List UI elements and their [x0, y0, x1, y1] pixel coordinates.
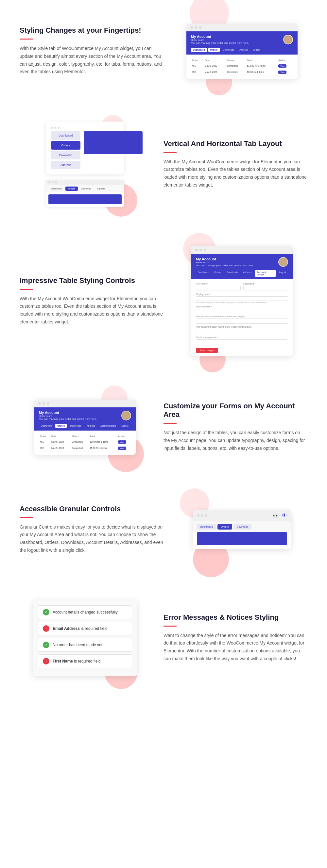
form-label-confirmpw: New password again (leave blank to leave… — [196, 326, 288, 328]
form-input-displayname[interactable] — [196, 296, 288, 301]
order-action[interactable]: View — [277, 69, 293, 75]
section-forms: Customize your Forms on My Account Area … — [0, 376, 327, 478]
forms-col-action: Action — [117, 434, 131, 439]
form-input-email[interactable] — [196, 309, 288, 313]
wc-sub: You can manage your order and profile fr… — [191, 41, 249, 44]
order-date: May 5, 2020 — [204, 63, 226, 69]
section-error-underline — [164, 626, 177, 627]
tab-account-details[interactable]: Account Details — [255, 270, 276, 277]
form-input-firstname[interactable] — [196, 286, 241, 290]
gdot1 — [197, 514, 200, 517]
forms-tab-downloads[interactable]: Downloads — [68, 424, 83, 428]
form-input-currentpw[interactable] — [196, 339, 288, 344]
wc-tabs: Dashboard Orders Downloads Address Logou… — [186, 48, 298, 55]
wc-body-forms: Order Date Status Total Action #51 May 5… — [34, 431, 136, 455]
section-forms-visual: My Account Hello Yash! You can manage yo… — [13, 400, 157, 455]
vertical-tab-mock: Dashboard Orders Download Address — [46, 122, 124, 175]
forms-col-order: Order — [39, 434, 50, 439]
section-granular-desc: Granular Controls makes it easy for you … — [20, 523, 164, 554]
order-action[interactable]: View — [277, 63, 293, 69]
tab-orders[interactable]: Orders — [212, 270, 223, 277]
section-granular-visual: 👀 👁 Dashboard Orders Download — [170, 510, 314, 549]
browser-bar — [186, 24, 298, 31]
dot-f2 — [42, 402, 45, 405]
section-error-text: Error Messages & Notices Styling Want to… — [157, 607, 314, 670]
wc-tab-downloads[interactable]: Downloads — [221, 48, 236, 52]
form-label-email: Email address * — [196, 305, 288, 308]
wc-orders-table: Order Date Status Total Action #51 May 5… — [191, 58, 293, 75]
wc-tab-orders[interactable]: Orders — [208, 48, 220, 52]
section-forms-underline — [164, 423, 177, 424]
wc-avatar — [283, 35, 293, 44]
vtab-address[interactable]: Address — [51, 161, 81, 169]
htab-content-area — [49, 194, 122, 204]
table-row: #51 May 5, 2020 Completed $10.00 for 1 i… — [39, 439, 131, 445]
wc-header: My Account Hello Yash! You can manage yo… — [186, 31, 298, 48]
wc-avatar-table — [278, 257, 288, 267]
htab-tab-address[interactable]: Address — [94, 187, 108, 191]
granular-dots — [197, 514, 207, 517]
granular-tab-download[interactable]: Download — [234, 524, 252, 530]
dot3 — [58, 127, 60, 129]
vtab-orders[interactable]: Orders — [51, 141, 81, 150]
mock-browser-styling: My Account Hello Yash! You can manage yo… — [186, 24, 298, 79]
notice-success-item: ✓ Account details changed successfully — [38, 606, 132, 619]
wc-greeting-forms: Hello Yash! — [39, 414, 97, 417]
htab-tab-orders[interactable]: Orders — [65, 187, 78, 191]
forms-tab-dashboard[interactable]: Dashboard — [39, 424, 54, 428]
dot-1 — [195, 249, 198, 251]
wc-tab-address[interactable]: Address — [237, 48, 250, 52]
granular-tab-dashboard[interactable]: Dashboard — [197, 524, 216, 530]
order-total: $5.00 for 1 items — [89, 445, 117, 451]
wc-tab-logout[interactable]: Logout — [251, 48, 262, 52]
section-error-visual: ✓ Account details changed successfully !… — [13, 600, 157, 676]
tab-downloads[interactable]: Downloads — [225, 270, 240, 277]
tab-dashboard[interactable]: Dashboard — [196, 270, 211, 277]
col-status: Status — [226, 58, 246, 63]
wc-greeting: Hello Yash! — [191, 38, 249, 41]
notice-info-text: No order has been made yet — [53, 643, 102, 647]
col-action: Action — [277, 58, 293, 63]
form-group-lastname: Last name * — [243, 283, 288, 290]
order-action[interactable]: View — [117, 445, 131, 451]
forms-tab-address[interactable]: Address — [85, 424, 97, 428]
vtab-download[interactable]: Download — [51, 151, 81, 159]
tab-address[interactable]: Address — [241, 270, 254, 277]
wc-greeting-table: Hello Yash! — [196, 261, 254, 264]
browser-dots — [51, 127, 119, 129]
tab-layout-demos: Dashboard Orders Download Address — [46, 122, 124, 207]
granular-tab-orders[interactable]: Orders — [217, 524, 232, 530]
mock-browser-table: My Account Hello Yash! You can manage yo… — [191, 246, 293, 356]
form-input-lastname[interactable] — [243, 286, 288, 290]
notice-firstname-text: First Name is required field — [53, 659, 101, 663]
vtab-layout: Dashboard Orders Download Address — [51, 131, 143, 169]
notices-mock: ✓ Account details changed successfully !… — [33, 600, 137, 676]
notice-success-text: Account details changed successfully — [53, 610, 118, 615]
order-status: Completed — [226, 69, 246, 75]
granular-bar: 👀 👁 — [193, 510, 291, 521]
order-total: $10.00 for 1 items — [246, 63, 278, 69]
section-error-desc: Want to change the style of the error me… — [164, 632, 307, 663]
granular-mock-window: 👀 👁 Dashboard Orders Download — [193, 510, 291, 549]
htab-tab-download[interactable]: Download — [79, 187, 94, 191]
form-select-newpw[interactable] — [196, 318, 288, 324]
form-group-email: Email address * — [196, 305, 288, 313]
htab-tab-dashboard[interactable]: Dashboard — [49, 187, 65, 191]
section-forms-title: Customize your Forms on My Account Area — [164, 402, 307, 419]
form-select-confirmpw[interactable] — [196, 329, 288, 334]
forms-tab-logout[interactable]: Logout — [119, 424, 130, 428]
section-styling-visual: My Account Hello Yash! You can manage yo… — [170, 24, 314, 79]
wc-table-forms: Order Date Status Total Action #51 May 5… — [39, 434, 131, 452]
forms-tab-account[interactable]: Account Details — [98, 424, 118, 428]
order-total: $5.00 for 1 items — [246, 69, 278, 75]
wc-tab-dashboard[interactable]: Dashboard — [191, 48, 207, 52]
vtab-dashboard[interactable]: Dashboard — [51, 131, 81, 140]
show-icon: 👁 — [282, 513, 287, 519]
section-tab-layout-underline — [164, 152, 177, 153]
form-submit-button[interactable]: Save changes — [196, 348, 218, 353]
tab-logout[interactable]: Logout — [277, 270, 288, 277]
forms-tab-orders[interactable]: Orders — [55, 424, 67, 428]
order-action[interactable]: View — [117, 439, 131, 445]
hide-icon: 👀 — [273, 513, 279, 519]
order-num: #52 — [39, 445, 50, 451]
